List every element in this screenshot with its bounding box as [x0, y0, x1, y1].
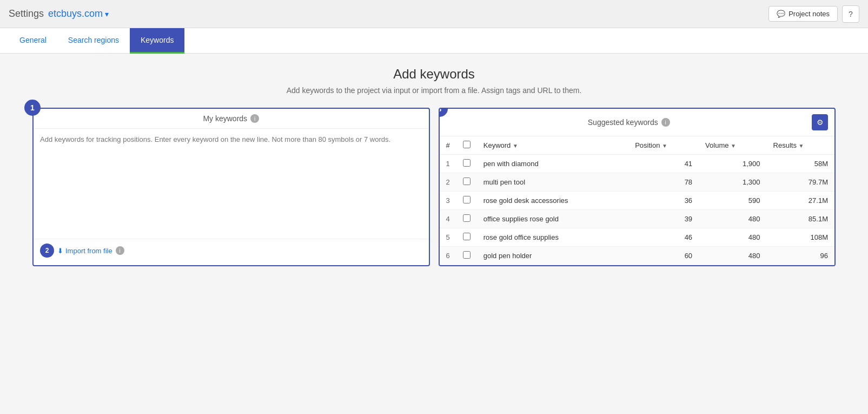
row-position: 78: [628, 173, 699, 192]
row-checkbox-cell[interactable]: [456, 210, 477, 228]
row-position: 60: [628, 247, 699, 265]
row-volume: 1,900: [699, 155, 766, 173]
row-keyword: office supplies rose gold: [477, 210, 628, 228]
row-position: 46: [628, 228, 699, 247]
download-icon: ⬇: [57, 247, 63, 255]
row-num: 5: [440, 228, 456, 247]
keyword-sort-arrow: ▼: [513, 143, 518, 149]
row-position: 39: [628, 210, 699, 228]
header-right: 💬 Project notes ?: [768, 5, 859, 23]
question-icon: ?: [849, 10, 853, 18]
row-position: 41: [628, 155, 699, 173]
table-header-row: # Keyword ▼ Position ▼ Volume ▼ Results …: [440, 136, 835, 155]
col-num: #: [440, 136, 456, 155]
results-sort-arrow: ▼: [799, 143, 804, 149]
col-position[interactable]: Position ▼: [628, 136, 699, 155]
tabs-bar: General Search regions Keywords: [0, 28, 868, 54]
row-keyword: rose gold office supplies: [477, 228, 628, 247]
row-checkbox-cell[interactable]: [456, 228, 477, 247]
table-row: 4 office supplies rose gold 39 480 85.1M: [440, 210, 835, 228]
row-checkbox[interactable]: [463, 178, 471, 185]
row-num: 2: [440, 173, 456, 192]
suggested-keywords-label: Suggested keywords: [588, 118, 658, 127]
row-volume: 480: [699, 247, 766, 265]
my-keywords-info-icon[interactable]: i: [250, 114, 259, 123]
row-num: 4: [440, 210, 456, 228]
my-keywords-title: My keywords: [203, 114, 247, 123]
import-label: Import from file: [65, 247, 112, 255]
header: Settings etcbuys.com 💬 Project notes ?: [0, 0, 868, 28]
columns-layout: 1 My keywords i 2 ⬇ Import from file i 3: [22, 108, 846, 266]
page-subtitle: Add keywords to the project via input or…: [22, 86, 846, 95]
row-num: 1: [440, 155, 456, 173]
row-checkbox[interactable]: [463, 196, 471, 203]
tab-general[interactable]: General: [9, 28, 57, 54]
table-row: 5 rose gold office supplies 46 480 108M: [440, 228, 835, 247]
table-row: 1 pen with diamond 41 1,900 58M: [440, 155, 835, 173]
row-volume: 480: [699, 228, 766, 247]
row-keyword: gold pen holder: [477, 247, 628, 265]
row-position: 36: [628, 192, 699, 210]
project-notes-button[interactable]: 💬 Project notes: [768, 6, 838, 22]
col-keyword[interactable]: Keyword ▼: [477, 136, 628, 155]
project-notes-label: Project notes: [789, 10, 830, 18]
row-checkbox[interactable]: [463, 233, 471, 240]
col-checkbox[interactable]: [456, 136, 477, 155]
row-results: 79.7M: [767, 173, 834, 192]
settings-gear-button[interactable]: ⚙: [812, 114, 828, 130]
row-checkbox-cell[interactable]: [456, 155, 477, 173]
row-checkbox[interactable]: [463, 159, 471, 167]
row-checkbox-cell[interactable]: [456, 192, 477, 210]
gear-icon: ⚙: [817, 118, 824, 127]
row-checkbox[interactable]: [463, 251, 471, 259]
panel-footer: 2 ⬇ Import from file i: [34, 239, 429, 262]
help-button[interactable]: ?: [842, 5, 859, 23]
chat-icon: 💬: [777, 10, 785, 18]
table-body: 1 pen with diamond 41 1,900 58M 2 multi …: [440, 155, 835, 265]
main-content: Add keywords Add keywords to the project…: [0, 54, 868, 412]
domain-selector[interactable]: etcbuys.com: [48, 8, 109, 19]
suggested-keywords-panel: 3 Suggested keywords i ⚙ # Keyword ▼ Pos…: [439, 108, 836, 266]
step-2-badge: 2: [40, 244, 54, 258]
suggested-title: Suggested keywords i: [446, 118, 812, 127]
row-checkbox[interactable]: [463, 214, 471, 222]
page-title: Add keywords: [22, 67, 846, 82]
row-keyword: pen with diamond: [477, 155, 628, 173]
row-results: 85.1M: [767, 210, 834, 228]
table-row: 2 multi pen tool 78 1,300 79.7M: [440, 173, 835, 192]
table-row: 3 rose gold desk accessories 36 590 27.1…: [440, 192, 835, 210]
header-left: Settings etcbuys.com: [9, 8, 109, 19]
row-num: 3: [440, 192, 456, 210]
col-volume[interactable]: Volume ▼: [699, 136, 766, 155]
suggested-info-icon[interactable]: i: [661, 118, 670, 127]
table-row: 6 gold pen holder 60 480 96: [440, 247, 835, 265]
row-results: 58M: [767, 155, 834, 173]
row-keyword: multi pen tool: [477, 173, 628, 192]
row-checkbox-cell[interactable]: [456, 173, 477, 192]
row-checkbox-cell[interactable]: [456, 247, 477, 265]
position-sort-arrow: ▼: [662, 143, 667, 149]
row-keyword: rose gold desk accessories: [477, 192, 628, 210]
row-volume: 590: [699, 192, 766, 210]
suggested-header: Suggested keywords i ⚙: [440, 109, 835, 136]
settings-title: Settings: [9, 8, 44, 19]
tab-keywords[interactable]: Keywords: [130, 28, 184, 54]
my-keywords-header: My keywords i: [34, 109, 429, 129]
step-1-badge: 1: [24, 100, 41, 116]
volume-sort-arrow: ▼: [731, 143, 736, 149]
suggested-keywords-table: # Keyword ▼ Position ▼ Volume ▼ Results …: [440, 136, 835, 265]
tab-search-regions[interactable]: Search regions: [57, 28, 130, 54]
keywords-textarea[interactable]: [34, 129, 429, 237]
import-info-icon[interactable]: i: [116, 246, 124, 255]
row-num: 6: [440, 247, 456, 265]
import-from-file-link[interactable]: ⬇ Import from file: [57, 247, 112, 255]
col-results[interactable]: Results ▼: [767, 136, 834, 155]
my-keywords-panel: My keywords i 2 ⬇ Import from file i: [32, 108, 430, 266]
row-results: 27.1M: [767, 192, 834, 210]
select-all-checkbox[interactable]: [463, 141, 471, 148]
row-volume: 1,300: [699, 173, 766, 192]
row-results: 108M: [767, 228, 834, 247]
row-results: 96: [767, 247, 834, 265]
row-volume: 480: [699, 210, 766, 228]
